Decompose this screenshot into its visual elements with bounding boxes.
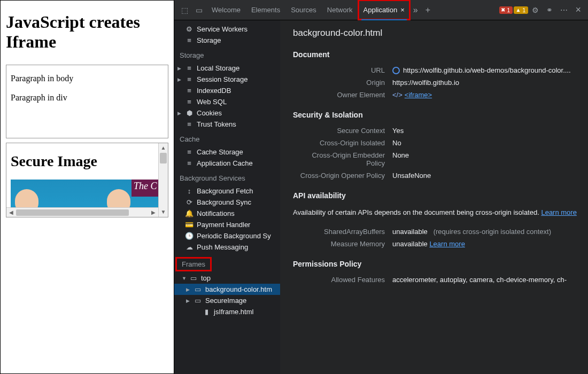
- add-tab-icon[interactable]: +: [421, 5, 435, 15]
- tab-elements[interactable]: Elements: [246, 0, 285, 20]
- tab-welcome[interactable]: Welcome: [206, 0, 246, 20]
- coop-label: Cross-Origin Opener Policy: [293, 172, 392, 180]
- sidebar-session-storage[interactable]: ▶Session Storage: [174, 74, 280, 85]
- frame-background-color[interactable]: ▶background-color.htm: [174, 284, 280, 295]
- link-icon[interactable]: ⚭: [543, 6, 556, 14]
- device-icon[interactable]: ▭: [192, 6, 206, 14]
- learn-more-link-2[interactable]: Learn more: [429, 240, 465, 248]
- sidebar-indexeddb[interactable]: IndexedDB: [174, 85, 280, 96]
- secure-context-value: Yes: [392, 127, 577, 135]
- rendered-page: JavaScript creates Iframe Paragraph in b…: [0, 0, 174, 374]
- owner-label: Owner Element: [293, 91, 392, 99]
- sidebar-storage-top[interactable]: Storage: [174, 35, 280, 46]
- sidebar-app-cache[interactable]: Application Cache: [174, 158, 280, 169]
- origin-label: Origin: [293, 79, 392, 87]
- sidebar-service-workers[interactable]: ⚙Service Workers: [174, 24, 280, 35]
- tab-network[interactable]: Network: [322, 0, 358, 20]
- coep-label: Cross-Origin Embedder Policy: [293, 151, 392, 167]
- mm-value: unavailable Learn more: [392, 240, 577, 248]
- bg-services-section: Background Services: [174, 169, 280, 185]
- frame-jsiframe[interactable]: ▮jsIframe.html: [174, 306, 280, 317]
- sidebar-websql[interactable]: Web SQL: [174, 96, 280, 107]
- coi-label: Cross-Origin Isolated: [293, 139, 392, 147]
- close-devtools-icon[interactable]: ×: [571, 4, 585, 15]
- storage-section: Storage: [174, 46, 280, 63]
- secure-image: The C: [11, 180, 164, 209]
- url-value[interactable]: https://wolfib.github.io/web-demos/backg…: [392, 66, 577, 74]
- devtools-tabbar: ⬚ ▭ Welcome Elements Sources Network App…: [174, 0, 588, 20]
- sidebar-bg-sync[interactable]: ⟳Background Sync: [174, 197, 280, 208]
- owner-element-link[interactable]: <iframe>: [405, 91, 432, 99]
- api-description: Availability of certain APIs depends on …: [293, 207, 577, 218]
- sab-label: SharedArrayBuffers: [293, 228, 392, 236]
- learn-more-link[interactable]: Learn more: [541, 208, 576, 216]
- frame-secure-image[interactable]: ▶SecureImage: [174, 295, 280, 306]
- sidebar-payment-handler[interactable]: 💳Payment Handler: [174, 219, 280, 230]
- allowed-features-value: accelerometer, autoplay, camera, ch-devi…: [392, 276, 577, 284]
- sab-value: unavailable (requires cross-origin isola…: [392, 228, 577, 236]
- sidebar-notifications[interactable]: 🔔Notifications: [174, 208, 280, 219]
- issue-badges[interactable]: ✖1 ▲1: [499, 6, 528, 14]
- section-security: Security & Isolation: [293, 111, 577, 119]
- close-icon[interactable]: ×: [400, 6, 405, 14]
- frame-top[interactable]: ▼top: [174, 272, 280, 284]
- paragraph-div: Paragraph in div: [11, 93, 164, 103]
- inspect-icon[interactable]: ⬚: [177, 6, 192, 14]
- cache-section: Cache: [174, 130, 280, 146]
- body-box: Paragraph in body Paragraph in div: [6, 65, 168, 138]
- vertical-scrollbar[interactable]: ▲▼: [158, 143, 168, 217]
- allowed-features-label: Allowed Features: [293, 276, 392, 284]
- sidebar-cache-storage[interactable]: Cache Storage: [174, 146, 280, 158]
- section-permissions: Permissions Policy: [293, 260, 577, 268]
- settings-icon[interactable]: ⚙: [528, 6, 543, 14]
- origin-value: https://wolfib.github.io: [392, 79, 577, 87]
- url-label: URL: [293, 66, 392, 74]
- sidebar-local-storage[interactable]: ▶Local Storage: [174, 63, 280, 74]
- mm-label: Measure Memory: [293, 240, 392, 248]
- sidebar-periodic-sync[interactable]: 🕒Periodic Background Sy: [174, 230, 280, 241]
- section-document: Document: [293, 50, 577, 59]
- section-api: API availability: [293, 191, 577, 200]
- sidebar-cookies[interactable]: ▶Cookies: [174, 107, 280, 119]
- iframe-box: Secure Image The C ▲▼ ◀▶: [6, 143, 168, 217]
- detail-title: background-color.html: [293, 28, 577, 38]
- frames-section: Frames: [176, 258, 211, 270]
- tab-application[interactable]: Application×: [358, 0, 410, 20]
- more-icon[interactable]: ⋯: [556, 6, 571, 14]
- tab-sources[interactable]: Sources: [285, 0, 322, 20]
- frame-detail: background-color.html Document URLhttps:…: [280, 20, 588, 374]
- coop-value: UnsafeNone: [392, 172, 577, 180]
- sidebar-bg-fetch[interactable]: ↕Background Fetch: [174, 185, 280, 197]
- tag-icon: </>: [392, 91, 403, 99]
- secure-context-label: Secure Context: [293, 127, 392, 135]
- sidebar-push[interactable]: ☁Push Messaging: [174, 241, 280, 253]
- devtools: ⬚ ▭ Welcome Elements Sources Network App…: [174, 0, 588, 374]
- horizontal-scrollbar[interactable]: ◀▶: [6, 207, 158, 217]
- chevron-right-icon[interactable]: »: [410, 5, 421, 15]
- iframe-heading: Secure Image: [11, 153, 164, 170]
- page-heading: JavaScript creates Iframe: [6, 12, 168, 52]
- sidebar-trust-tokens[interactable]: Trust Tokens: [174, 119, 280, 130]
- coi-value: No: [392, 139, 577, 147]
- paragraph-body: Paragraph in body: [11, 74, 164, 83]
- target-icon: [392, 67, 400, 74]
- application-sidebar: ⚙Service Workers Storage Storage ▶Local …: [174, 20, 280, 374]
- coep-value: None: [392, 151, 577, 159]
